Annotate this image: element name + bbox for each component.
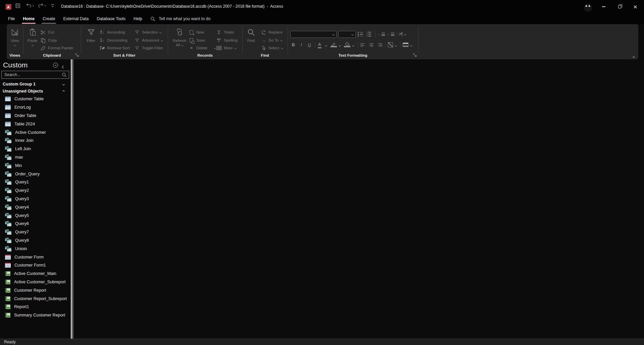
goto-button[interactable]: → Go To (261, 37, 282, 44)
font-color-button[interactable]: A (318, 41, 321, 48)
advanced-button[interactable]: Advanced (134, 37, 163, 44)
new-record-button[interactable]: New (189, 28, 204, 36)
nav-item-customer-form[interactable]: Customer Form (0, 253, 69, 261)
gridlines-button[interactable] (388, 41, 393, 48)
nav-pane-menu-button[interactable] (53, 63, 58, 68)
align-center-button[interactable] (369, 41, 374, 49)
account-avatar[interactable] (584, 4, 592, 12)
nav-item-min[interactable]: Min (0, 161, 69, 170)
format-painter-button[interactable]: Format Painter (40, 44, 73, 52)
save-record-button[interactable]: Save (189, 37, 205, 44)
align-right-button[interactable] (378, 41, 382, 49)
italic-button[interactable]: I (299, 41, 304, 48)
numbering-button[interactable]: 123 (366, 31, 371, 38)
fill-color-icon (344, 42, 350, 47)
tab-home[interactable]: Home (19, 13, 39, 24)
nav-item-table-2024[interactable]: Table 2024 (0, 120, 69, 128)
nav-item-max[interactable]: max (0, 153, 69, 162)
totals-button[interactable]: Σ Totals (216, 28, 234, 36)
nav-pane-title[interactable]: Custom (3, 61, 28, 69)
nav-item-unioin[interactable]: Unioin (0, 244, 69, 253)
redo-dropdown-icon[interactable] (44, 4, 46, 6)
cut-button[interactable]: Cut (40, 28, 54, 36)
tab-database-tools[interactable]: Database Tools (93, 13, 130, 24)
nav-item-active-customer-main[interactable]: Active Customer_Main (0, 270, 69, 278)
shutter-bar-close-button[interactable] (62, 63, 64, 69)
nav-item-query1[interactable]: Query1 (0, 178, 69, 186)
nav-item-query7[interactable]: Query7 (0, 228, 69, 236)
close-button[interactable]: ✕ (629, 0, 642, 13)
nav-item-query4[interactable]: Query4 (0, 203, 69, 211)
nav-item-inner-join[interactable]: Inner Join (0, 136, 69, 145)
replace-button[interactable]: Replace (261, 28, 283, 36)
descending-button[interactable]: ZA↓ Descending (99, 37, 128, 44)
nav-item-order-table[interactable]: Order Table (0, 112, 69, 120)
nav-item-query8[interactable]: Query8 (0, 236, 69, 245)
nav-item-query5[interactable]: Query5 (0, 211, 69, 220)
undo-button[interactable] (26, 3, 34, 8)
toggle-filter-button[interactable]: Toggle Filter (134, 44, 163, 52)
remove-sort-button[interactable]: AZ Remove Sort (99, 44, 130, 52)
tell-me-search[interactable]: Tell me what you want to do (150, 13, 210, 24)
nav-group-unassigned-objects[interactable]: Unassigned Objects (0, 88, 69, 95)
nav-item-order-query[interactable]: Order_Query (0, 170, 69, 178)
tab-create[interactable]: Create (39, 13, 59, 24)
spelling-button[interactable]: abc✓ Spelling (216, 37, 238, 44)
alternate-row-color-button[interactable] (403, 41, 408, 48)
bullets-button[interactable] (358, 31, 363, 38)
nav-item-errorlog[interactable]: ErrorLog (0, 103, 69, 112)
font-name-combobox[interactable] (290, 31, 337, 38)
font-size-combobox[interactable] (338, 31, 356, 38)
nav-item-customer-report[interactable]: Customer Report (0, 286, 69, 294)
font-color-dropdown[interactable] (325, 42, 327, 49)
gridlines-dropdown[interactable] (395, 42, 397, 49)
nav-search-box[interactable]: Search... (1, 71, 69, 79)
underline-button[interactable]: U (307, 41, 312, 48)
restore-button[interactable] (613, 0, 626, 13)
paste-button[interactable]: Paste (25, 25, 40, 54)
nav-item-query3[interactable]: Query3 (0, 195, 69, 203)
nav-item-active-customer-subreport[interactable]: Active Customer_Subreport (0, 278, 69, 286)
clipboard-dialog-launcher[interactable] (75, 53, 79, 57)
view-button[interactable]: View (7, 25, 22, 54)
delete-record-button[interactable]: × Delete (189, 44, 216, 52)
nav-item-report1[interactable]: Report1 (0, 303, 69, 311)
background-color-button[interactable] (344, 40, 350, 48)
tab-file[interactable]: File (4, 13, 19, 24)
align-left-button[interactable] (360, 41, 365, 49)
undo-dropdown-icon[interactable] (32, 4, 34, 6)
select-button[interactable]: Select (261, 44, 283, 52)
filter-button[interactable]: Filter (83, 25, 99, 54)
copy-button[interactable]: Copy (40, 37, 57, 44)
bold-button[interactable]: B (291, 41, 296, 48)
highlight-color-dropdown[interactable] (339, 42, 341, 49)
nav-item-query6[interactable]: Query6 (0, 220, 69, 228)
increase-indent-button[interactable]: → (377, 31, 385, 38)
ascending-button[interactable]: AZ↓ Ascending (99, 28, 125, 36)
nav-item-left-join[interactable]: Left Join (0, 145, 69, 153)
decrease-indent-button[interactable]: ← (387, 31, 394, 38)
nav-item-summary-customer-report[interactable]: Summary Customer Report (0, 311, 69, 320)
selection-button[interactable]: Selection (134, 28, 161, 36)
redo-button[interactable] (38, 3, 46, 8)
refresh-all-button[interactable]: Refresh All (171, 25, 188, 54)
save-button[interactable] (15, 3, 20, 8)
highlight-color-button[interactable] (331, 40, 337, 48)
find-button[interactable]: Find (244, 25, 258, 54)
alternate-row-color-dropdown[interactable] (410, 42, 412, 49)
tab-help[interactable]: Help (130, 13, 146, 24)
text-formatting-dialog-launcher[interactable] (413, 53, 417, 57)
background-color-dropdown[interactable] (352, 42, 354, 49)
customize-qat-button[interactable] (51, 4, 54, 7)
minimize-button[interactable] (597, 0, 610, 13)
nav-item-active-customer[interactable]: Active Customer (0, 128, 69, 136)
nav-item-customer-table[interactable]: Customer Table (0, 95, 69, 103)
nav-item-customer-form1[interactable]: Customer Form1 (0, 261, 69, 270)
nav-pane-splitter[interactable] (71, 59, 72, 339)
nav-item-query2[interactable]: Query2 (0, 186, 69, 195)
tab-external-data[interactable]: External Data (59, 13, 93, 24)
nav-group-custom-group-1[interactable]: Custom Group 1 (0, 81, 69, 88)
text-direction-button[interactable]: >¶ (399, 31, 406, 38)
more-records-button[interactable]: More (216, 44, 236, 52)
nav-item-customer-report-subreport[interactable]: Customer Report_Subreport (0, 294, 69, 303)
